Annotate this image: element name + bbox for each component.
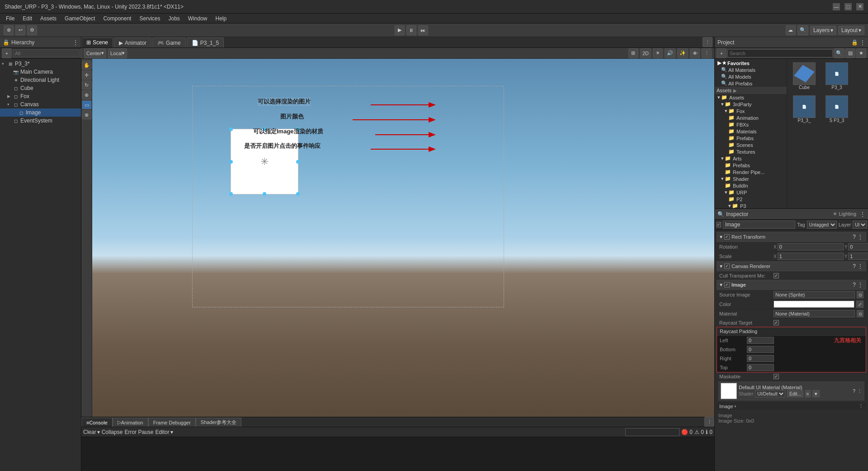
object-name-input[interactable] [723,221,795,229]
hierarchy-menu-icon[interactable]: ⋮ [73,39,78,46]
handle-bl[interactable] [229,192,233,196]
rotate-tool[interactable]: ↻ [82,80,92,89]
console-tab-console[interactable]: ≡ Console [81,418,113,427]
maskable-check[interactable] [774,374,779,379]
hierarchy-item-directional-light[interactable]: ☀ Directional Light [0,76,81,84]
hierarchy-add-btn[interactable]: + [2,48,12,58]
shader-options-btn[interactable]: ▼ [812,390,820,397]
toolbar-cloud-btn[interactable]: ☁ [786,25,796,35]
mat-menu-icon[interactable]: ⋮ [857,388,862,394]
tree-arts-prefabs[interactable]: 📁 Prefabs [715,162,787,169]
toolbar-undo-btn[interactable]: ↩ [15,25,25,35]
tree-fbxs[interactable]: 📁 FBXs [715,121,787,128]
layer-select[interactable]: UI [853,221,867,229]
source-image-select-btn[interactable]: ⊙ [857,291,863,298]
asset-sp3_3[interactable]: 📄 S P3_3 [823,95,850,123]
tree-scenes[interactable]: 📁 Scenes [715,141,787,148]
layout-dropdown[interactable]: Layout ▾ [838,26,864,35]
transform-tool[interactable]: ⊗ [82,110,92,119]
img-active[interactable] [724,282,730,287]
menu-assets[interactable]: Assets [37,14,60,23]
console-tab-shader[interactable]: Shader参考大全 [196,418,241,427]
canvas-renderer-header[interactable]: ▾ Canvas Renderer ? ⋮ [717,261,866,271]
hierarchy-item-p3_3[interactable]: ▾ ⊞ P3_3* [0,60,81,68]
tree-arts[interactable]: ▾ 📁 Arts [715,155,787,162]
menu-jobs[interactable]: Jobs [165,14,183,23]
rp-right-input[interactable] [747,355,774,362]
color-preview[interactable] [774,301,854,308]
tab-animator[interactable]: ▶ Animator [114,38,151,47]
scene-tab-menu[interactable]: ⋮ [703,37,712,47]
console-tab-animation[interactable]: ▷ Animation [113,418,148,427]
asset-p3_3b[interactable]: 📄 P3_3_ [791,95,818,123]
rotation-y-input[interactable] [848,243,868,250]
scene-audio-btn[interactable]: 🔊 [665,48,675,58]
transform-menu-icon[interactable]: ⋮ [858,234,863,240]
material-thumbnail[interactable] [721,383,737,399]
handle-mr[interactable] [296,160,300,164]
project-add-btn[interactable]: + [717,48,726,58]
image-component-header[interactable]: ▾ Image ? ⋮ [717,280,866,290]
project-search-btn[interactable]: 🔍 [834,48,844,58]
img-menu-icon[interactable]: ⋮ [858,282,863,288]
edit-shader-btn[interactable]: Edit... [787,390,803,397]
tree-textures[interactable]: 📁 Textures [715,148,787,155]
menu-services[interactable]: Services [136,14,164,23]
minimize-button[interactable]: — [833,3,840,10]
tree-p2[interactable]: 📁 P2 [715,196,787,203]
scale-x-input[interactable] [778,253,844,260]
rotation-x-input[interactable] [778,243,844,250]
tree-fox[interactable]: ▾ 📁 Fox [715,108,787,114]
scene-menu-btn[interactable]: ⋮ [702,48,712,58]
asset-p3_3[interactable]: 📄 P3_3 [823,62,850,90]
tab-game[interactable]: 🎮 Game [152,38,186,47]
menu-file[interactable]: File [2,14,18,23]
shader-select[interactable]: UI/Default [755,390,785,397]
color-expand-btn[interactable]: ⤢ [856,301,863,308]
hierarchy-item-cube[interactable]: ◻ Cube [0,84,81,92]
asset-cube[interactable]: Cube [791,62,818,90]
rect-tool[interactable]: ▭ [82,100,92,109]
tree-3rdparty[interactable]: ▾ 📁 3rdParty [715,101,787,108]
menu-help[interactable]: Help [212,14,231,23]
project-menu-icon[interactable]: ⋮ [860,39,865,46]
handle-ml[interactable] [229,160,233,164]
handle-br[interactable] [296,192,300,196]
transform-active[interactable] [724,234,730,240]
rp-top-input[interactable] [747,364,774,371]
hand-tool[interactable]: ✋ [82,61,92,70]
tree-shader[interactable]: ▾ 📁 Shader [715,175,787,182]
scene-fx-btn[interactable]: ✨ [677,48,688,58]
tab-scene[interactable]: ⊞ Scene [81,38,113,47]
fav-all-prefabs[interactable]: 🔍 All Prefabs [715,80,787,87]
favorites-header[interactable]: ▶ ★ Favorites [715,60,787,66]
cull-transparent-check[interactable] [774,273,779,278]
toolbar-search-btn[interactable]: 🔍 [797,25,808,35]
scene-grid-btn[interactable]: ⊞ [628,48,638,58]
error-pause-label[interactable]: Error Pause [124,429,153,435]
material-input[interactable] [774,310,855,317]
step-button[interactable]: ⏭ [418,25,428,35]
cr-menu-icon[interactable]: ⋮ [858,263,863,269]
close-button[interactable]: ✕ [856,3,863,10]
console-search-input[interactable] [625,428,679,436]
hierarchy-item-eventsystem[interactable]: ◻ EventSystem [0,117,81,125]
handle-tl[interactable] [229,127,233,131]
tree-p3[interactable]: ▾ 📁 P3 [715,203,787,208]
menu-window[interactable]: Window [184,14,211,23]
tab-p315[interactable]: 📄 P3_1_5 [187,38,224,47]
rp-left-input[interactable] [747,337,774,344]
console-tab-frame-debugger[interactable]: Frame Debugger [148,418,196,427]
scene-light-btn[interactable]: ☀ [653,48,663,58]
center-toggle[interactable]: Center▾ [84,48,106,58]
project-search-input[interactable] [727,49,833,57]
layers-dropdown[interactable]: Layers ▾ [810,26,836,35]
shader-menu-btn[interactable]: ≡ [805,390,811,397]
local-toggle[interactable]: Local▾ [108,48,127,58]
fav-all-materials[interactable]: 🔍 All Materials [715,66,787,73]
project-lock-icon[interactable]: 🔒 [851,39,858,46]
transform-help-icon[interactable]: ? [853,234,856,240]
object-active-checkbox[interactable] [717,222,721,227]
play-button[interactable]: ▶ [395,25,405,35]
scale-tool[interactable]: ⊕ [82,90,92,99]
